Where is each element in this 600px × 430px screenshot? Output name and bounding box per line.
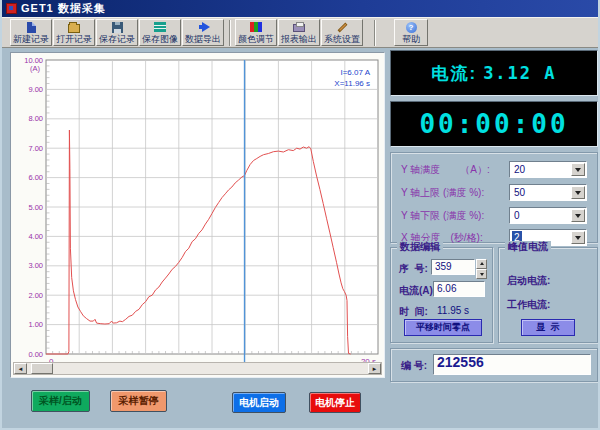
open-record-icon bbox=[68, 21, 80, 33]
window-title: GET1 数据采集 bbox=[21, 1, 106, 16]
record-number-group: 编 号: 212556 bbox=[390, 348, 598, 382]
svg-text:5.00: 5.00 bbox=[28, 203, 43, 212]
current-led-label: 电流: bbox=[431, 62, 477, 85]
sample-start-button[interactable]: 采样/启动 bbox=[31, 390, 90, 412]
chart-hscrollbar[interactable]: ◄ ► bbox=[13, 362, 382, 375]
toolbar: 新建记录 打开记录 保存记录 保存图像 数据导出 颜色调节 报表输出 bbox=[2, 17, 600, 48]
report-output-button[interactable]: 报表输出 bbox=[278, 19, 320, 46]
chevron-down-icon[interactable] bbox=[571, 209, 585, 222]
index-label: 序 号: bbox=[399, 262, 428, 276]
scroll-left-arrow[interactable]: ◄ bbox=[14, 363, 27, 374]
record-number-label: 编 号: bbox=[401, 359, 427, 373]
y-upper-limit-label: Y 轴上限 (满度 %): bbox=[401, 186, 484, 200]
new-record-button[interactable]: 新建记录 bbox=[10, 19, 52, 46]
svg-text:1.00: 1.00 bbox=[28, 320, 43, 329]
current-led-value: 3.12 A bbox=[483, 63, 556, 83]
timer-led-display: 00:00:00 bbox=[390, 101, 598, 147]
svg-text:(A): (A) bbox=[30, 64, 41, 73]
chevron-down-icon[interactable] bbox=[571, 231, 585, 244]
scroll-right-arrow[interactable]: ► bbox=[368, 363, 381, 374]
peak-current-title: 峰值电流 bbox=[505, 241, 551, 253]
sample-pause-button[interactable]: 采样暂停 bbox=[110, 390, 167, 412]
data-edit-title: 数据编辑 bbox=[397, 241, 443, 253]
current-edit-label: 电流(A): bbox=[399, 284, 436, 298]
open-record-button[interactable]: 打开记录 bbox=[53, 19, 95, 46]
current-time-chart[interactable]: 10.009.008.007.006.005.004.003.002.001.0… bbox=[12, 54, 383, 363]
y-lower-limit-label: Y 轴下限 (满度 %): bbox=[401, 209, 484, 223]
svg-text:7.00: 7.00 bbox=[28, 144, 43, 153]
svg-text:4.00: 4.00 bbox=[28, 232, 43, 241]
index-field[interactable]: 359 bbox=[431, 259, 475, 275]
timer-led-value: 00:00:00 bbox=[419, 109, 568, 139]
svg-text:X=11.96 s: X=11.96 s bbox=[334, 79, 370, 88]
spinner-down-arrow[interactable] bbox=[476, 269, 487, 279]
svg-text:0.00: 0.00 bbox=[28, 350, 43, 359]
chevron-down-icon[interactable] bbox=[571, 186, 585, 199]
data-edit-group: 数据编辑 序 号: 359 电流(A): 6.06 时 间: 11.95 s 平… bbox=[390, 247, 493, 343]
svg-text:8.00: 8.00 bbox=[28, 114, 43, 123]
color-adjust-icon bbox=[250, 21, 262, 33]
color-adjust-button[interactable]: 颜色调节 bbox=[235, 19, 277, 46]
index-spinner bbox=[476, 259, 487, 275]
chevron-down-icon[interactable] bbox=[571, 163, 585, 176]
record-number-field[interactable]: 212556 bbox=[433, 354, 591, 375]
y-fullscale-label: Y 轴满度 （A）: bbox=[401, 163, 490, 177]
show-button[interactable]: 显 示 bbox=[521, 319, 575, 336]
chart-panel: 10.009.008.007.006.005.004.003.002.001.0… bbox=[10, 52, 385, 378]
y-lower-limit-dropdown[interactable]: 0 bbox=[509, 207, 587, 224]
motor-stop-button[interactable]: 电机停止 bbox=[309, 392, 361, 413]
peak-current-group: 峰值电流 启动电流: 工作电流: 显 示 bbox=[498, 247, 598, 343]
svg-text:2.00: 2.00 bbox=[28, 291, 43, 300]
export-data-icon bbox=[197, 21, 210, 33]
scroll-track[interactable] bbox=[27, 363, 368, 374]
shift-time-zero-button[interactable]: 平移时间零点 bbox=[404, 319, 482, 336]
y-fullscale-dropdown[interactable]: 20 bbox=[509, 161, 587, 178]
save-record-button[interactable]: 保存记录 bbox=[96, 19, 138, 46]
help-icon: ? bbox=[406, 21, 417, 33]
current-edit-field[interactable]: 6.06 bbox=[433, 281, 485, 297]
current-led-display: 电流: 3.12 A bbox=[390, 50, 598, 96]
spinner-up-arrow[interactable] bbox=[476, 259, 487, 269]
y-upper-limit-dropdown[interactable]: 50 bbox=[509, 184, 587, 201]
save-image-button[interactable]: 保存图像 bbox=[139, 19, 181, 46]
system-settings-icon bbox=[337, 21, 348, 33]
new-record-icon bbox=[27, 21, 36, 33]
svg-text:9.00: 9.00 bbox=[28, 85, 43, 94]
export-data-button[interactable]: 数据导出 bbox=[182, 19, 224, 46]
time-label: 时 间: bbox=[399, 305, 428, 319]
svg-text:6.00: 6.00 bbox=[28, 173, 43, 182]
svg-text:3.00: 3.00 bbox=[28, 261, 43, 270]
start-current-label: 启动电流: bbox=[507, 274, 550, 288]
axis-settings-group: Y 轴满度 （A）: 20 Y 轴上限 (满度 %): 50 Y 轴下限 (满度… bbox=[390, 152, 598, 243]
help-button[interactable]: ? 帮助 bbox=[394, 19, 428, 46]
report-output-icon bbox=[293, 21, 305, 33]
app-window: GET1 数据采集 新建记录 打开记录 保存记录 保存图像 数据导出 颜 bbox=[0, 0, 600, 430]
app-icon bbox=[6, 3, 17, 14]
work-current-label: 工作电流: bbox=[507, 298, 550, 312]
save-record-icon bbox=[112, 21, 123, 33]
time-value: 11.95 s bbox=[437, 305, 469, 316]
save-image-icon bbox=[154, 21, 166, 33]
motor-start-button[interactable]: 电机启动 bbox=[232, 392, 286, 413]
system-settings-button[interactable]: 系统设置 bbox=[321, 19, 363, 46]
title-bar: GET1 数据采集 bbox=[2, 0, 600, 17]
scroll-thumb[interactable] bbox=[31, 363, 53, 374]
toolbar-separator bbox=[229, 20, 231, 46]
svg-text:I=6.07 A: I=6.07 A bbox=[340, 68, 370, 77]
toolbar-separator bbox=[374, 20, 376, 46]
